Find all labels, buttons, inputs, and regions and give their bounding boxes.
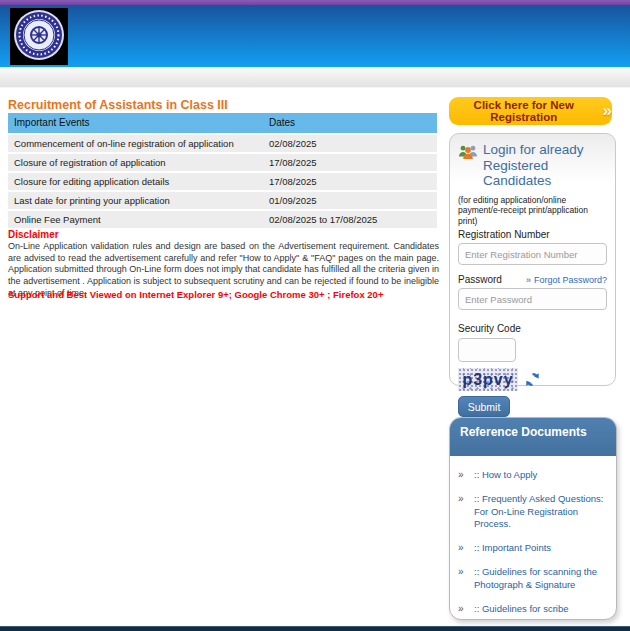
ref-doc-link: :: Guidelines for scribe xyxy=(474,603,608,616)
chevron-bullet-icon: » xyxy=(458,469,468,482)
chevron-bullet-icon: » xyxy=(458,493,468,531)
table-row: Last date for printing your application … xyxy=(8,192,437,209)
date-cell: 01/09/2025 xyxy=(263,192,437,209)
date-cell: 02/08/2025 to 17/08/2025 xyxy=(263,211,437,228)
table-row: Closure of registration of application 1… xyxy=(8,154,437,171)
users-group-icon xyxy=(458,142,478,189)
new-registration-label: Click here for New Registration xyxy=(449,99,599,123)
header-sub-bar xyxy=(0,67,630,88)
ref-doc-how-to-apply[interactable]: » :: How to Apply xyxy=(458,469,608,482)
login-panel-subtitle: (for editing application/online payment/… xyxy=(458,195,607,227)
events-table-header: Important Events Dates xyxy=(8,113,437,133)
password-input[interactable] xyxy=(458,288,607,310)
captcha-image: p3pvy xyxy=(458,368,518,391)
organization-seal-icon xyxy=(13,9,65,65)
browser-support-note: Support and Best Viewed on Internet Expl… xyxy=(8,289,439,300)
date-cell: 17/08/2025 xyxy=(263,154,437,171)
table-row: Online Fee Payment 02/08/2025 to 17/08/2… xyxy=(8,211,437,228)
reference-documents-heading: Reference Documents xyxy=(450,418,616,456)
refresh-icon xyxy=(525,375,540,390)
ref-doc-scanning-guidelines[interactable]: » :: Guidelines for scanning the Photogr… xyxy=(458,566,608,592)
chevron-bullet-icon: » xyxy=(458,603,468,616)
header-banner xyxy=(0,5,630,67)
event-cell: Closure of registration of application xyxy=(8,154,263,171)
event-cell: Online Fee Payment xyxy=(8,211,263,228)
date-cell: 02/08/2025 xyxy=(263,135,437,152)
organization-logo xyxy=(10,8,68,65)
registration-number-label: Registration Number xyxy=(458,229,607,240)
security-code-input[interactable] xyxy=(458,338,516,362)
captcha-refresh-button[interactable] xyxy=(525,372,540,387)
login-panel-title: Login for already Registered Candidates xyxy=(483,142,607,189)
registration-number-input[interactable] xyxy=(458,243,607,265)
double-chevron-icon: » xyxy=(603,102,612,119)
event-cell: Last date for printing your application xyxy=(8,192,263,209)
recruitment-portal-page: Recruitment of Assistants in Class III I… xyxy=(0,0,630,631)
password-label: Password xyxy=(458,274,502,285)
table-row: Commencement of on-line registration of … xyxy=(8,135,437,152)
ref-doc-faq[interactable]: » :: Frequently Asked Questions: For On-… xyxy=(458,493,608,531)
ref-doc-link: :: Important Points xyxy=(474,542,608,555)
submit-button[interactable]: Submit xyxy=(458,396,510,417)
reference-documents-panel: Reference Documents » :: How to Apply » … xyxy=(449,417,617,620)
ref-doc-important-points[interactable]: » :: Important Points xyxy=(458,542,608,555)
login-title-line2: Registered Candidates xyxy=(483,158,607,189)
chevron-bullet-icon: » xyxy=(458,566,468,592)
ref-doc-scribe-guidelines[interactable]: » :: Guidelines for scribe xyxy=(458,603,608,616)
event-cell: Closure for editing application details xyxy=(8,173,263,190)
chevron-bullet-icon: » xyxy=(458,542,468,555)
ref-doc-link: :: Guidelines for scanning the Photograp… xyxy=(474,566,608,592)
page-title: Recruitment of Assistants in Class III xyxy=(8,98,228,112)
login-title-line1: Login for already xyxy=(483,142,607,158)
forgot-password-link[interactable]: Forgot Password? xyxy=(534,275,607,285)
ref-doc-link: :: Frequently Asked Questions: For On-Li… xyxy=(474,493,608,531)
dates-column-header: Dates xyxy=(263,113,437,133)
important-events-table: Important Events Dates Commencement of o… xyxy=(8,113,437,228)
chevron-icon: » xyxy=(526,275,531,285)
event-cell: Commencement of on-line registration of … xyxy=(8,135,263,152)
login-panel: Login for already Registered Candidates … xyxy=(449,133,616,386)
footer-bar xyxy=(0,626,630,631)
disclaimer-heading: Disclaimer xyxy=(8,229,59,240)
ref-doc-link: :: How to Apply xyxy=(474,469,608,482)
security-code-label: Security Code xyxy=(458,323,607,334)
events-column-header: Important Events xyxy=(8,113,263,133)
date-cell: 17/08/2025 xyxy=(263,173,437,190)
table-row: Closure for editing application details … xyxy=(8,173,437,190)
new-registration-button[interactable]: Click here for New Registration » xyxy=(449,97,612,125)
